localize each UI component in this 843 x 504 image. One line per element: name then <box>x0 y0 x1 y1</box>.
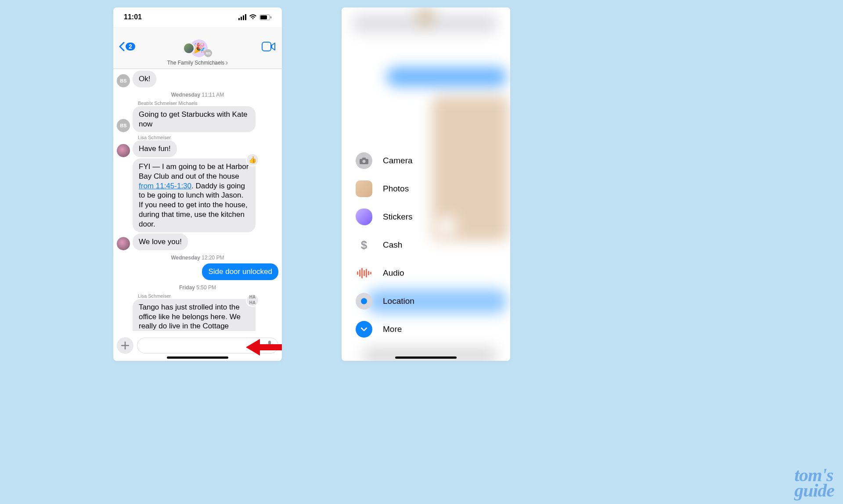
time-separator: Friday 5:50 PM <box>117 284 278 291</box>
location-icon <box>356 293 372 310</box>
message-bubble-sent: Side door unlocked <box>202 263 278 280</box>
cash-icon: $ <box>356 237 372 253</box>
attachment-menu: CameraPhotosStickers$CashAudioLocationMo… <box>356 152 501 338</box>
message-bubble-received: FYI — I am going to be at Harbor Bay Clu… <box>133 158 256 232</box>
attach-option-photos[interactable]: Photos <box>356 180 501 197</box>
cellular-icon <box>238 14 246 20</box>
reaction-badge[interactable]: 👍 <box>246 153 259 166</box>
audio-waveform-icon <box>356 265 372 281</box>
camera-icon <box>359 157 369 165</box>
phone-screenshot-messages: 11:01 2 🎉 BS The Family Schmichae <box>113 7 282 361</box>
svg-point-5 <box>363 160 366 163</box>
message-bubble-received: Tango has just strolled into the office … <box>133 299 256 331</box>
sender-label: Lisa Schmeiser <box>138 135 278 140</box>
message-row-received[interactable]: Tango has just strolled into the office … <box>117 299 278 331</box>
attach-label: More <box>383 324 402 334</box>
attach-option-location[interactable]: Location <box>356 293 501 310</box>
message-row-received[interactable]: FYI — I am going to be at Harbor Bay Clu… <box>117 158 278 232</box>
battery-icon <box>259 14 271 20</box>
home-indicator <box>167 356 228 359</box>
message-bubble-received: Going to get Starbucks with Kate now <box>133 106 256 133</box>
chat-title[interactable]: The Family Schmichaels <box>167 60 228 66</box>
messages-list[interactable]: BSOk!Wednesday 11:11 AMBeatrix Schmeiser… <box>113 69 282 331</box>
photos-icon <box>356 180 372 197</box>
attach-label: Photos <box>383 184 409 194</box>
plus-icon <box>121 342 129 349</box>
back-unread-badge: 2 <box>126 43 135 50</box>
message-row-received[interactable]: BSOk! <box>117 71 278 87</box>
chevron-right-icon <box>225 61 228 65</box>
group-member-initials: BS <box>204 49 212 57</box>
stickers-icon <box>356 209 372 225</box>
chat-header: 2 🎉 BS The Family Schmichaels <box>113 27 282 69</box>
attach-label: Audio <box>383 268 404 278</box>
back-button[interactable]: 2 <box>119 42 135 51</box>
chat-avatar-group[interactable]: 🎉 BS <box>183 40 212 57</box>
attach-label: Cash <box>383 240 402 250</box>
mic-icon[interactable] <box>267 340 273 351</box>
attach-label: Stickers <box>383 212 413 222</box>
chevron-down-icon <box>356 321 372 338</box>
plus-button[interactable] <box>117 337 133 354</box>
chevron-left-icon <box>119 42 125 51</box>
status-bar: 11:01 <box>113 7 282 27</box>
status-time: 11:01 <box>124 13 142 21</box>
message-row-sent[interactable]: Side door unlocked <box>117 263 278 280</box>
wifi-icon <box>249 14 257 20</box>
message-avatar-photo <box>117 237 130 250</box>
home-indicator <box>395 356 457 359</box>
message-avatar-photo <box>117 144 130 157</box>
message-input[interactable] <box>137 338 278 353</box>
sender-label: Beatrix Schmeiser Michaels <box>138 101 278 106</box>
time-separator: Wednesday 11:11 AM <box>117 92 278 98</box>
message-row-received[interactable]: BSGoing to get Starbucks with Kate now <box>117 106 278 133</box>
attach-option-stickers[interactable]: Stickers <box>356 209 501 225</box>
svg-rect-1 <box>260 15 267 19</box>
attach-option-more[interactable]: More <box>356 321 501 338</box>
message-row-received[interactable]: We love you! <box>117 234 278 250</box>
video-icon <box>262 42 276 51</box>
reaction-haha-badge[interactable]: HAHA <box>246 294 259 307</box>
message-bubble-received: Ok! <box>133 71 156 87</box>
time-separator: Wednesday 12:20 PM <box>117 255 278 261</box>
svg-rect-2 <box>270 16 271 18</box>
compose-bar <box>113 335 282 356</box>
message-bubble-received: We love you! <box>133 234 188 250</box>
facetime-button[interactable] <box>262 42 276 53</box>
message-avatar-initials: BS <box>117 119 130 132</box>
group-member-avatar <box>183 43 195 54</box>
attach-label: Location <box>383 296 414 306</box>
status-icons <box>238 14 271 20</box>
attach-label: Camera <box>383 156 413 166</box>
phone-screenshot-attachment-menu: CameraPhotosStickers$CashAudioLocationMo… <box>342 7 510 361</box>
attach-option-camera[interactable]: Camera <box>356 152 501 169</box>
message-avatar-initials: BS <box>117 74 130 87</box>
svg-rect-4 <box>268 341 271 346</box>
watermark-logo: tom's guide <box>794 468 834 499</box>
message-bubble-received: Have fun! <box>133 140 177 157</box>
attach-option-cash[interactable]: $Cash <box>356 237 501 253</box>
svg-rect-3 <box>262 42 271 51</box>
attach-option-audio[interactable]: Audio <box>356 265 501 281</box>
